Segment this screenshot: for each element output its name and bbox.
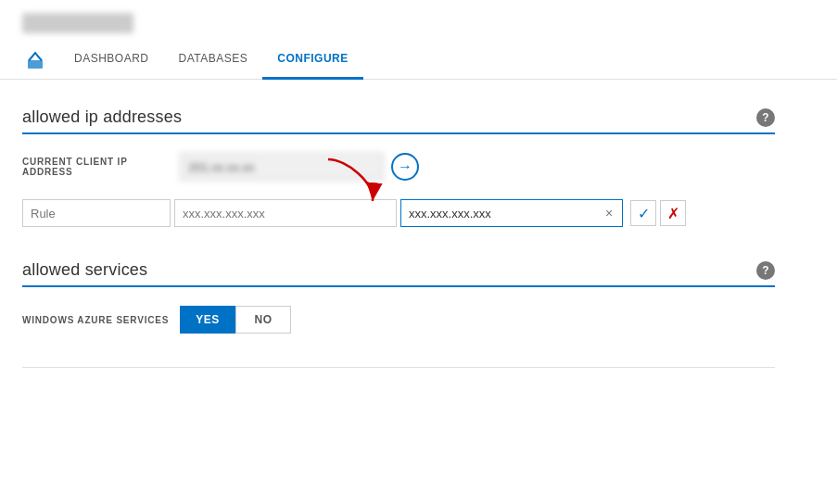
windows-azure-label: WINDOWS AZURE SERVICES: [22, 315, 171, 325]
allowed-ip-help-icon[interactable]: ?: [756, 108, 775, 127]
allowed-ip-title: allowed ip addresses: [22, 107, 182, 127]
rule-name-input[interactable]: [22, 199, 171, 227]
ip-value: 201.xx.xx.xx: [180, 153, 384, 181]
current-ip-label: CURRENT CLIENT IP ADDRESS: [22, 157, 171, 177]
allowed-ip-header: allowed ip addresses ?: [22, 107, 775, 134]
main-content: allowed ip addresses ? CURRENT CLIENT IP…: [0, 80, 797, 390]
confirm-rule-button[interactable]: ✓: [630, 200, 656, 226]
azure-nav-icon: [22, 47, 48, 73]
azure-services-toggle: YES NO: [180, 306, 291, 334]
windows-azure-row: WINDOWS AZURE SERVICES YES NO: [22, 306, 775, 334]
nav-bar: DASHBOARD DATABASES CONFIGURE: [0, 41, 837, 80]
allowed-ip-section: allowed ip addresses ? CURRENT CLIENT IP…: [22, 107, 775, 227]
clear-end-ip-button[interactable]: ×: [600, 200, 618, 226]
no-toggle-button[interactable]: NO: [235, 306, 291, 334]
yes-toggle-button[interactable]: YES: [180, 306, 235, 334]
rule-end-ip-input[interactable]: [401, 200, 600, 226]
cancel-rule-button[interactable]: ✗: [660, 200, 686, 226]
arrow-right-icon: →: [398, 158, 412, 175]
bottom-divider: [22, 367, 775, 368]
allowed-services-title: allowed services: [22, 260, 147, 280]
allowed-services-section: allowed services ? WINDOWS AZURE SERVICE…: [22, 260, 775, 334]
allowed-services-help-icon[interactable]: ?: [756, 261, 775, 280]
nav-dashboard[interactable]: DASHBOARD: [59, 41, 164, 80]
rule-end-ip-wrapper: ×: [400, 199, 623, 227]
svg-rect-0: [28, 60, 43, 69]
rule-row: × ✓ ✗: [22, 199, 775, 227]
rule-start-ip-input[interactable]: [174, 199, 397, 227]
rule-action-btns: ✓ ✗: [630, 200, 686, 226]
nav-databases[interactable]: DATABASES: [164, 41, 263, 80]
rule-section: × ✓ ✗: [22, 199, 775, 227]
nav-configure[interactable]: CONFIGURE: [262, 41, 363, 80]
current-ip-row: CURRENT CLIENT IP ADDRESS 201.xx.xx.xx →: [22, 153, 775, 181]
allowed-services-header: allowed services ?: [22, 260, 775, 287]
top-bar: [0, 0, 837, 41]
logo: [22, 13, 133, 33]
add-ip-button[interactable]: →: [391, 153, 419, 181]
ip-display: 201.xx.xx.xx →: [180, 153, 419, 181]
